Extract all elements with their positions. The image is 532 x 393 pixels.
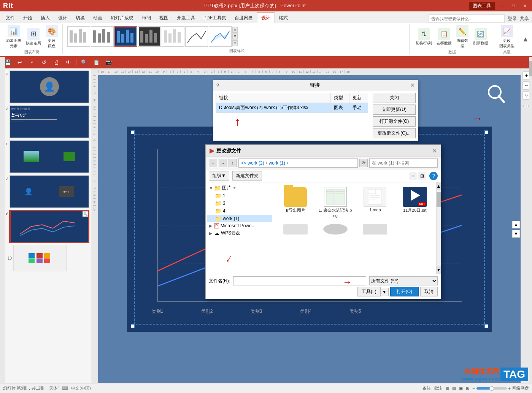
- chart-style-6[interactable]: [185, 26, 208, 47]
- format-button[interactable]: 📋: [92, 58, 101, 67]
- open-button[interactable]: 打开(O): [390, 287, 419, 296]
- add-chart-element-button[interactable]: 📊 添加图表元素: [5, 24, 23, 49]
- view-list-button[interactable]: ≡: [409, 172, 417, 180]
- comments-button[interactable]: 批注: [434, 385, 442, 391]
- tree-item-pictures[interactable]: ▼ 📁 图片 ★: [207, 184, 272, 192]
- scroll-down-btn[interactable]: ▼: [437, 266, 441, 274]
- file-item-mep[interactable]: 1.mep: [357, 185, 394, 219]
- chart-style-5[interactable]: [162, 26, 184, 47]
- tree-item-wps[interactable]: ▶ ☁ WPS云盘: [207, 229, 272, 237]
- chart-style-more[interactable]: ▾: [232, 40, 238, 46]
- file-item-partial2[interactable]: [317, 222, 354, 236]
- nav-forward[interactable]: →: [219, 159, 227, 167]
- view-normal-button[interactable]: ▦: [445, 386, 449, 391]
- zoom-in-button[interactable]: +: [508, 386, 511, 391]
- maximize-button[interactable]: □: [509, 2, 518, 9]
- tab-transition[interactable]: 切换: [71, 13, 89, 23]
- slide-image-8[interactable]: 👤 group: [9, 175, 89, 208]
- tab-chartdesign[interactable]: 设计: [257, 13, 275, 23]
- refresh-data-button[interactable]: 🔄 刷新数据: [472, 27, 490, 47]
- screenshot-button[interactable]: 📷: [104, 58, 113, 67]
- tab-review[interactable]: 审阅: [138, 13, 155, 23]
- slide-scroll-down[interactable]: ▼: [512, 230, 520, 238]
- slide-thumb-9[interactable]: 9 🔍: [2, 210, 89, 243]
- chart-style-4[interactable]: [138, 26, 161, 47]
- tab-pdf[interactable]: PDF工具集: [199, 13, 230, 23]
- ribbon-collapse-button[interactable]: ▲: [522, 35, 527, 43]
- help-button[interactable]: ?: [429, 172, 438, 180]
- preview-button[interactable]: 👁: [64, 58, 73, 67]
- breadcrumb-work1[interactable]: work (1): [269, 160, 285, 166]
- tree-item-ms-ppt[interactable]: ▶ P Microsoft Powe...: [207, 222, 272, 229]
- notes-button[interactable]: 备注: [422, 385, 431, 391]
- switch-row-col-button[interactable]: ⇅ 切换行/列: [414, 27, 434, 47]
- tab-design[interactable]: 设计: [54, 13, 71, 23]
- slide-image-5[interactable]: 👤: [9, 70, 89, 103]
- chart-style-scroll-up[interactable]: ▲: [232, 27, 238, 33]
- tab-slideshow[interactable]: 幻灯片放映: [106, 13, 138, 23]
- file-item-partial1[interactable]: [277, 222, 314, 236]
- file-item-folder-ir[interactable]: Ir导出图片: [277, 185, 314, 219]
- tab-view[interactable]: 视图: [155, 13, 173, 23]
- new-folder-button[interactable]: 新建文件夹: [232, 171, 262, 181]
- tree-item-1[interactable]: 📁 1: [207, 192, 272, 200]
- file-dialog-close[interactable]: ✕: [432, 148, 437, 154]
- breadcrumb-work2[interactable]: << work (2): [241, 160, 264, 166]
- scroll-up-btn[interactable]: ▲: [437, 182, 441, 190]
- slide-search-icon[interactable]: 🔍: [83, 211, 88, 217]
- chart-style-2[interactable]: [91, 26, 114, 47]
- tab-devtools[interactable]: 开发工具: [173, 13, 199, 23]
- slide-thumb-5[interactable]: 5 👤: [2, 70, 89, 103]
- redo-button[interactable]: ↺: [40, 58, 49, 67]
- login-button[interactable]: 登录: [508, 16, 517, 22]
- organizer-button[interactable]: 组织▼: [209, 171, 229, 181]
- tree-item-3[interactable]: 📁 3: [207, 200, 272, 207]
- open-source-button[interactable]: 打开源文件(O): [373, 116, 416, 127]
- view-grid-button[interactable]: ⊞: [418, 172, 426, 180]
- tools-arrow-button[interactable]: ▼: [381, 288, 389, 296]
- tab-file[interactable]: 文件: [2, 13, 19, 23]
- undo-button[interactable]: ↩: [15, 58, 24, 67]
- chart-style-3[interactable]: [114, 26, 137, 47]
- chart-style-7[interactable]: [209, 26, 232, 47]
- chart-style-scroll-down[interactable]: ▼: [232, 33, 238, 40]
- close-button[interactable]: 关闭: [373, 93, 416, 103]
- tree-item-work1[interactable]: 📁 work (1): [207, 215, 272, 222]
- refresh-button[interactable]: ⟳: [359, 159, 368, 167]
- change-chart-type-button[interactable]: 📈 更改图表类型: [498, 24, 516, 49]
- zoom-button[interactable]: 🔍: [79, 58, 89, 67]
- file-type-select[interactable]: 所有文件 (*.*): [369, 276, 438, 285]
- tools-button[interactable]: 工具(L): [357, 287, 381, 296]
- share-button[interactable]: 共享: [520, 16, 529, 22]
- slide-image-6[interactable]: 此处预升的标题 E=mc² ───────: [9, 105, 89, 138]
- nav-up[interactable]: ↑: [229, 159, 237, 167]
- tab-format[interactable]: 格式: [275, 13, 292, 23]
- slide-scroll-up[interactable]: ▲: [512, 221, 520, 228]
- quick-layout-button[interactable]: ⊞ 快速布局: [24, 27, 43, 47]
- slide-image-9[interactable]: 🔍: [9, 210, 89, 243]
- undo-dropdown[interactable]: ▼: [27, 58, 37, 67]
- select-data-button[interactable]: 📋 选择数据: [435, 27, 453, 47]
- slide-thumb-7[interactable]: 7: [2, 140, 89, 173]
- view-slideshow-button[interactable]: ⊞: [466, 386, 469, 391]
- link-table-row[interactable]: D:\tools\桌面\work (2) \work (1)\工作簿3.xlsx…: [216, 103, 368, 113]
- zoom-slider[interactable]: [476, 387, 507, 390]
- view-reading-button[interactable]: ▣: [459, 386, 463, 391]
- cancel-button[interactable]: 取消: [420, 287, 438, 296]
- chart-style-1[interactable]: [67, 26, 90, 47]
- edit-data-button[interactable]: ✏️ 编辑数据: [455, 24, 470, 49]
- slide-thumb-6[interactable]: 6 此处预升的标题 E=mc² ───────: [2, 105, 89, 138]
- tab-insert[interactable]: 插入: [37, 13, 54, 23]
- print-button[interactable]: 🖨: [52, 58, 61, 67]
- tab-animation[interactable]: 动画: [89, 13, 106, 23]
- link-dialog-close[interactable]: ✕: [410, 82, 415, 88]
- tab-baidu[interactable]: 百度网盘: [230, 13, 257, 23]
- slide-image-7[interactable]: [9, 140, 89, 173]
- close-button[interactable]: ✕: [521, 2, 529, 9]
- zoom-out-button[interactable]: −: [472, 386, 475, 391]
- tree-item-4[interactable]: 📁 4: [207, 207, 272, 215]
- search-input[interactable]: [429, 14, 505, 23]
- file-item-partial3[interactable]: [357, 222, 394, 236]
- file-item-cornell[interactable]: 1. 康奈尔笔记法.png: [317, 185, 354, 219]
- change-source-button[interactable]: 更改源文件(C)...: [373, 128, 416, 138]
